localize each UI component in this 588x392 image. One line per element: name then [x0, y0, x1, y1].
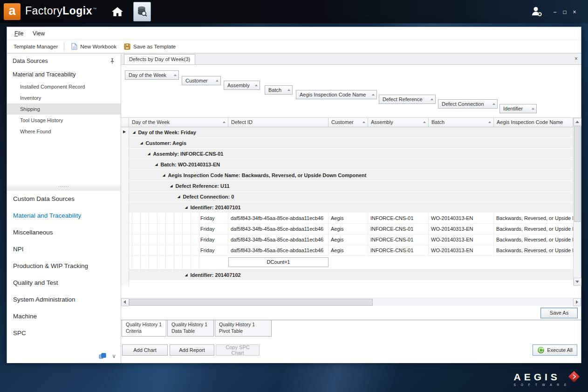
- group-row-identifier-201407102[interactable]: ◢Identifier: 201407102: [129, 270, 573, 281]
- tree-group-material-and-traceability[interactable]: Material and Traceability: [13, 71, 121, 78]
- table-row[interactable]: Friday daf5f843-34fb-45aa-85ce-abdaa11ec…: [129, 234, 573, 245]
- add-chart-button[interactable]: Add Chart: [122, 344, 168, 356]
- new-workbook-label: New Workbook: [80, 44, 116, 49]
- scroll-up-button[interactable]: [574, 118, 581, 126]
- tree-item-installed-component-record[interactable]: Installed Component Record: [7, 81, 121, 92]
- save-as-button[interactable]: Save As: [540, 308, 578, 318]
- horizontal-scroll-thumb[interactable]: [129, 299, 373, 306]
- vertical-scroll-thumb[interactable]: [574, 126, 581, 222]
- aegis-app-logo: a: [4, 3, 21, 20]
- expander-icon[interactable]: ◢: [170, 184, 172, 188]
- column-header-day-of-the-week[interactable]: Day of the Week: [129, 118, 228, 127]
- column-header-batch[interactable]: Batch: [429, 118, 494, 127]
- tab-quality-history-criteria[interactable]: Quality History 1 Criteria: [122, 320, 166, 337]
- close-tab-icon[interactable]: ×: [574, 55, 578, 62]
- scroll-right-button[interactable]: [573, 298, 581, 306]
- category-machine[interactable]: Machine: [7, 308, 121, 325]
- data-grid: Day of the Week Defect ID Customer Assem…: [121, 118, 581, 286]
- column-header-label: Defect ID: [231, 119, 253, 125]
- group-row-inspection-code[interactable]: ◢Aegis Inspection Code Name: Backwards, …: [129, 170, 573, 181]
- category-system-administration[interactable]: System Administration: [7, 291, 121, 308]
- cell-day-of-week: Friday: [129, 234, 228, 245]
- expander-icon[interactable]: ◢: [185, 273, 187, 277]
- table-row[interactable]: Friday daf5f843-34fb-45aa-85ce-abdaa11ec…: [129, 245, 573, 256]
- scroll-left-button[interactable]: [121, 298, 129, 306]
- user-logout-icon[interactable]: [530, 6, 543, 19]
- category-spc[interactable]: SPC: [7, 325, 121, 342]
- expander-icon[interactable]: ◢: [178, 195, 180, 199]
- new-workbook-button[interactable]: New Workbook: [68, 41, 120, 51]
- sheet-tab-line2: Criteria: [126, 328, 162, 335]
- menu-view[interactable]: View: [28, 29, 49, 38]
- panel-splitter[interactable]: [7, 185, 121, 191]
- data-sources-header: Data Sources: [7, 54, 121, 64]
- group-field-batch[interactable]: Batch: [265, 85, 293, 95]
- group-field-assembly[interactable]: Assembly: [224, 81, 260, 90]
- cell-customer: Aegis: [328, 234, 368, 245]
- tree-item-where-found[interactable]: Where Found: [7, 126, 121, 137]
- add-report-button[interactable]: Add Report: [170, 344, 214, 356]
- tree-item-inventory[interactable]: Inventory: [7, 92, 121, 103]
- aegis-brand-logo: AEGIS S O F T W A R E: [513, 371, 581, 386]
- maximize-button[interactable]: □: [561, 9, 568, 15]
- category-custom-data-sources[interactable]: Custom Data Sources: [7, 191, 121, 207]
- category-production-wip-tracking[interactable]: Production & WIP Tracking: [7, 258, 121, 275]
- column-header-customer[interactable]: Customer: [328, 118, 368, 127]
- group-row-batch[interactable]: ◢Batch: WO-20140313-EN: [129, 159, 573, 170]
- group-row-customer-aegis[interactable]: ◢Customer: Aegis: [129, 138, 573, 149]
- aegis-brand-text: AEGIS S O F T W A R E: [513, 372, 568, 386]
- scroll-down-button[interactable]: [574, 278, 581, 286]
- table-row[interactable]: Friday daf5f843-34fb-45aa-85ce-abdaa11ec…: [129, 213, 573, 224]
- navbar-overflow-icon[interactable]: [99, 353, 106, 359]
- group-row-assembly[interactable]: ◢Assembly: INFORCE-CNS-01: [129, 149, 573, 159]
- home-icon[interactable]: [111, 7, 123, 19]
- save-as-template-button[interactable]: Save as Template: [120, 42, 179, 51]
- sheet-tab-line1: Quality History 1: [171, 322, 210, 328]
- tab-quality-history-pivot-table[interactable]: Quality History 1 Pivot Table: [215, 320, 272, 337]
- group-field-defect-reference[interactable]: Defect Reference: [379, 95, 436, 104]
- execute-all-button[interactable]: Execute All: [533, 344, 577, 356]
- group-row-identifier-201407101[interactable]: ◢Identifier: 201407101: [129, 202, 573, 213]
- group-row-defect-connection[interactable]: ◢Defect Connection: 0: [129, 192, 573, 202]
- tree-item-tool-usage-history[interactable]: Tool Usage History: [7, 115, 121, 126]
- tree-item-shipping[interactable]: Shipping: [7, 103, 121, 115]
- vertical-scrollbar[interactable]: [573, 118, 581, 286]
- expander-icon[interactable]: ◢: [140, 141, 143, 145]
- column-header-aegis-inspection-code-name[interactable]: Aegis Inspection Code Name: [494, 118, 573, 127]
- group-field-defect-connection[interactable]: Defect Connection: [438, 99, 498, 109]
- column-header-defect-id[interactable]: Defect ID: [228, 118, 328, 127]
- chevron-down-icon[interactable]: ∨: [112, 353, 116, 359]
- pin-icon[interactable]: [109, 58, 115, 64]
- trademark: ™: [93, 7, 97, 11]
- group-row-defect-reference[interactable]: ◢Defect Reference: U11: [129, 181, 573, 192]
- expander-icon[interactable]: ◢: [185, 206, 187, 209]
- group-row-day-of-week-friday[interactable]: ◢Day of the Week: Friday: [129, 127, 573, 138]
- expander-icon[interactable]: ◢: [148, 152, 150, 156]
- template-manager-button[interactable]: Template Manager: [10, 42, 62, 51]
- category-material-and-traceability[interactable]: Material and Traceability: [7, 207, 121, 224]
- table-row[interactable]: Friday daf5f843-34fb-45aa-85ce-abdaa11ec…: [129, 224, 573, 234]
- group-field-customer[interactable]: Customer: [182, 76, 221, 85]
- category-miscellaneous[interactable]: Miscellaneous: [7, 224, 121, 241]
- category-npi[interactable]: NPI: [7, 241, 121, 258]
- column-header-assembly[interactable]: Assembly: [368, 118, 429, 127]
- menu-file[interactable]: File: [10, 29, 28, 38]
- save-template-icon: [124, 43, 130, 50]
- grid-header-row: Day of the Week Defect ID Customer Assem…: [121, 118, 573, 127]
- close-window-button[interactable]: ×: [571, 9, 578, 15]
- expander-icon[interactable]: ◢: [133, 131, 135, 134]
- expander-icon[interactable]: ◢: [163, 173, 165, 177]
- cell-inspection-code: Backwards, Reversed, or Upside Down Comp…: [494, 213, 573, 223]
- app-title-part1: Factory: [25, 5, 62, 17]
- minimize-button[interactable]: −: [551, 9, 559, 15]
- tab-defects-by-day-of-week[interactable]: Defects by Day of Week(3): [124, 54, 195, 64]
- data-analysis-button[interactable]: [133, 2, 151, 21]
- horizontal-scrollbar[interactable]: [121, 298, 581, 306]
- group-field-aegis-inspection-code-name[interactable]: Aegis Inspection Code Name: [296, 90, 377, 99]
- tab-quality-history-data-table[interactable]: Quality History 1 Data Table: [167, 320, 214, 337]
- group-field-identifier[interactable]: Identifier: [499, 104, 537, 113]
- category-quality-and-test[interactable]: Quality and Test: [7, 275, 121, 291]
- group-field-day-of-the-week[interactable]: Day of the Week: [125, 70, 179, 80]
- grid-bottom-spacer: [121, 286, 581, 298]
- expander-icon[interactable]: ◢: [155, 163, 157, 166]
